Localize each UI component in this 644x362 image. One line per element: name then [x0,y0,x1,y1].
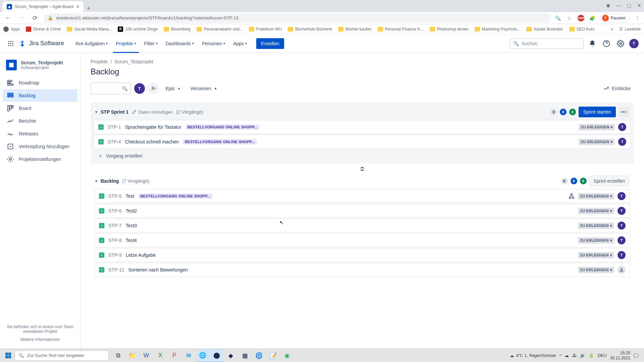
obs-icon[interactable]: ⬤ [210,349,223,362]
assignee-avatar[interactable]: T [618,236,626,244]
assignee-avatar[interactable]: T [618,251,626,259]
issue-row[interactable]: ▪ STP-4 Checkout schnell machen BESTELLV… [94,135,631,149]
assignee-avatar[interactable]: T [618,123,626,131]
volume-icon[interactable]: 🔊 [580,353,585,358]
assignee-avatar[interactable]: T [618,222,626,230]
bookmark-item[interactable]: Personal Finance K... [378,27,424,32]
bookmark-item[interactable]: Bloomberg [164,27,191,32]
sidebar-item-roadmap[interactable]: Roadmap [3,76,77,89]
reading-list-button[interactable]: ☰Leseliste [619,27,641,32]
nav-projects[interactable]: Projekte▾ [113,34,139,53]
clock[interactable]: 15:20 30.11.2021 [610,351,630,360]
minimize-icon[interactable]: — [616,3,621,8]
bookmark-item[interactable]: Panoramabahn und... [197,27,243,32]
nav-filters[interactable]: Filter▾ [142,38,160,49]
back-button[interactable]: ← [3,13,13,23]
sprint-more-button[interactable]: ••• [619,107,629,117]
status-dropdown[interactable]: ZU ERLEDIGEN▾ [578,267,614,273]
nav-people[interactable]: Personen▾ [199,38,228,49]
network-icon[interactable]: 🖧 [572,353,577,358]
add-people-button[interactable] [148,83,159,94]
extensions-icon[interactable]: 🧩 [589,15,596,21]
resize-handle[interactable] [91,167,634,171]
profile-button[interactable]: T Pausiert [600,14,629,22]
help-icon[interactable] [601,38,612,49]
issue-row[interactable]: ▪ STP-12 Sortieren nach Bewertungen ZU E… [95,263,630,277]
breadcrumb-project[interactable]: Scrum_Testprojekt [114,59,153,64]
epic-label[interactable]: BESTELLVORGANG ONLINE SHOPP... [138,193,212,199]
sidebar-item-settings[interactable]: Projekteinstellungen [3,153,77,166]
bookmark-item[interactable]: Marketing Psycholo... [475,27,521,32]
create-button[interactable]: Erstellen [256,38,284,49]
epic-label[interactable]: BESTELLVORGANG ONLINE SHOPP... [183,139,257,144]
zoom-icon[interactable]: 🔍 [555,15,561,21]
task-view-icon[interactable]: ⧉ [111,349,125,362]
bookmark-item[interactable]: Photoshop lernen [430,27,469,32]
bookmark-item[interactable]: Praktikum WU [249,27,282,32]
project-header[interactable]: Scrum_Testprojekt Softwareprojekt [3,60,77,76]
user-avatar[interactable]: T [629,39,639,48]
forward-button[interactable]: → [17,13,26,23]
footer-link[interactable]: Weitere Informationen [6,337,74,342]
bookmark-item[interactable]: Bücherliste Bücherei [288,27,332,32]
issue-row[interactable]: ▪ STP-6 Test2 ZU ERLEDIGEN▾ T [95,204,630,218]
sidebar-item-reports[interactable]: Berichte [3,115,77,127]
sidebar-item-releases[interactable]: Releases [3,127,77,140]
browser-tab[interactable]: ◆ Scrum_Testprojekt – Agile-Board ✕ [3,1,84,12]
assignee-avatar[interactable]: T [618,207,626,215]
notifications-tray-icon[interactable]: 💬 [634,353,639,358]
battery-icon[interactable]: 🔋 [589,353,594,358]
issue-row[interactable]: ▪ STP-5 Test BESTELLVORGANG ONLINE SHOPP… [95,189,630,203]
insights-button[interactable]: Einblicke [600,83,634,94]
status-dropdown[interactable]: ZU ERLEDIGEN▾ [579,139,615,145]
close-tab-icon[interactable]: ✕ [76,4,79,9]
nav-your-work[interactable]: Ihre Aufgaben▾ [73,38,110,49]
status-dropdown[interactable]: ZU ERLEDIGEN▾ [578,193,614,199]
bookmarks-overflow-icon[interactable]: » [611,27,613,32]
assignee-avatar[interactable]: T [618,192,626,200]
epic-filter[interactable]: Epic▾ [162,84,183,93]
start-sprint-button[interactable]: Sprint starten [579,107,616,117]
bookmark-item[interactable]: Social Media Mana... [67,27,112,32]
notifications-icon[interactable] [587,38,598,49]
child-issues-icon[interactable] [569,193,575,199]
new-tab-button[interactable]: + [84,5,94,12]
bookmark-star-icon[interactable]: ☆ [566,15,573,21]
bookmark-item[interactable]: Adobe Illustrator [526,27,563,32]
add-dates-button[interactable]: Daten hinzufügen [132,110,173,115]
explorer-icon[interactable]: 📁 [125,349,139,362]
sidebar-item-backlog[interactable]: Backlog [3,89,77,102]
settings-icon[interactable] [615,38,626,49]
sidebar-item-board[interactable]: Board [3,102,77,115]
collapse-icon[interactable]: ▾ [95,110,97,114]
mail-icon[interactable]: ✉ [182,349,195,362]
adblock-extension-icon[interactable]: ABP [578,15,584,21]
bookmark-item[interactable]: Dinner & Crime [26,26,61,32]
global-search[interactable]: 🔍 [510,38,584,49]
tray-expand-icon[interactable]: ^ [559,353,561,358]
status-dropdown[interactable]: ZU ERLEDIGEN▾ [578,208,614,214]
app-icon[interactable]: ◆ [224,349,237,362]
reload-button[interactable]: ⟳ [30,13,40,23]
app-icon[interactable]: ▦ [238,349,252,362]
start-button[interactable] [1,349,15,362]
issue-row[interactable]: ▪ STP-8 Test4 ZU ERLEDIGEN▾ T [95,233,630,247]
weather-widget[interactable]: ☁ 4°C L. Regen/Schnee [510,353,556,358]
create-sprint-button[interactable]: Sprint erstellen [589,176,629,186]
address-bar[interactable]: 🔒 testdeutsch1.atlassian.net/jira/softwa… [44,13,551,23]
word-icon[interactable]: W [140,349,153,362]
backlog-search[interactable]: 🔍 [91,82,131,95]
maximize-icon[interactable]: ▢ [627,3,631,8]
collapse-icon[interactable]: ▾ [95,179,97,183]
assignee-avatar[interactable]: T [618,138,626,146]
language-indicator[interactable]: DEU [597,353,606,358]
create-issue-button[interactable]: ＋ Vorgang erstellen [94,149,631,162]
nav-dashboards[interactable]: Dashboards▾ [163,38,197,49]
system-tray[interactable]: ^ ☁ 🖧 🔊 🔋 DEU [559,353,607,358]
status-dropdown[interactable]: ZU ERLEDIGEN▾ [579,124,615,130]
status-dropdown[interactable]: ZU ERLEDIGEN▾ [578,252,614,258]
close-window-icon[interactable]: ✕ [637,3,641,8]
versions-filter[interactable]: Versionen▾ [187,84,220,93]
app-switcher-icon[interactable] [5,38,16,49]
breadcrumb-projects[interactable]: Projekte [91,59,108,64]
